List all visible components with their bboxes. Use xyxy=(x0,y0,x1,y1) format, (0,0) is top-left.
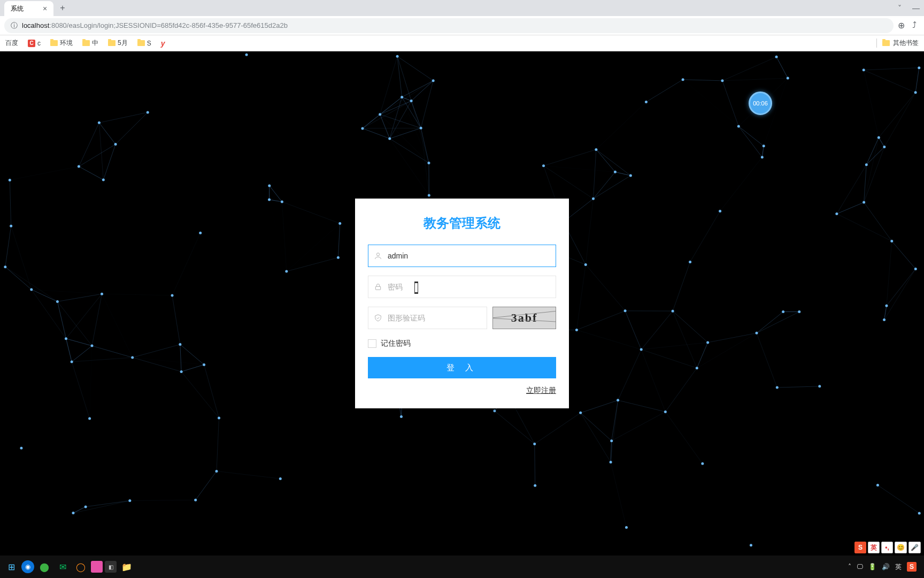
password-input[interactable] xyxy=(388,283,550,291)
tab-strip: 系统 × + ˅ — xyxy=(0,0,924,16)
tab-title: 系统 xyxy=(11,4,24,13)
bookmark-y[interactable]: y xyxy=(161,39,165,48)
shield-icon xyxy=(374,314,382,322)
ime-s-icon[interactable]: S xyxy=(854,542,866,553)
captcha-input[interactable] xyxy=(388,314,481,322)
captcha-field[interactable] xyxy=(368,307,487,329)
bookmark-5yue[interactable]: 5月 xyxy=(108,39,128,48)
browser-tab[interactable]: 系统 × xyxy=(4,1,53,16)
tray-volume-icon[interactable]: 🔊 xyxy=(882,563,890,571)
dropdown-icon[interactable]: ˅ xyxy=(898,4,902,12)
app-icon-4[interactable] xyxy=(91,561,103,573)
info-icon[interactable]: ⓘ xyxy=(11,21,18,31)
other-bookmarks[interactable]: 其他书签 xyxy=(876,39,919,48)
folder-icon xyxy=(108,40,116,46)
c-icon: C xyxy=(28,40,35,47)
address-bar: ⓘ localhost:8080/easLogin/login;JSESSION… xyxy=(0,16,924,35)
checkbox-icon[interactable] xyxy=(368,339,376,348)
new-tab-button[interactable]: + xyxy=(60,3,65,13)
bookmark-s[interactable]: S xyxy=(137,40,151,47)
user-icon xyxy=(374,252,382,260)
ime-lang[interactable]: 英 xyxy=(868,542,880,553)
start-icon[interactable]: ⊞ xyxy=(3,559,19,575)
share-icon[interactable]: ⤴ xyxy=(912,20,917,31)
ime-emoji-icon[interactable]: 😊 xyxy=(895,542,907,553)
captcha-image[interactable]: 3abf xyxy=(492,307,556,329)
tray-chevron-icon[interactable]: ˄ xyxy=(848,563,851,571)
url-host: localhost xyxy=(22,21,49,29)
bookmark-env[interactable]: 环境 xyxy=(50,39,73,48)
register-link[interactable]: 立即注册 xyxy=(526,386,556,396)
search-icon[interactable]: ⊕ xyxy=(898,20,905,31)
bookmarks-bar: 百度 Cc 环境 中 5月 S y 其他书签 xyxy=(0,35,924,51)
tray-s-icon[interactable]: S xyxy=(907,562,917,572)
login-title: 教务管理系统 xyxy=(368,215,556,232)
url-input[interactable]: ⓘ localhost:8080/easLogin/login;JSESSION… xyxy=(4,18,894,33)
app-icon-2[interactable]: ⬤ xyxy=(36,559,52,575)
ime-mic-icon[interactable]: 🎤 xyxy=(908,542,921,553)
timer-badge: 00:06 xyxy=(749,92,772,115)
login-button[interactable]: 登 入 xyxy=(368,357,556,378)
svg-point-0 xyxy=(376,253,379,256)
folder-icon xyxy=(137,40,145,46)
login-card: 教务管理系统 3abf 记住密码 xyxy=(355,199,569,408)
window-controls: ˅ — xyxy=(898,4,920,12)
app-icon-3[interactable]: ◯ xyxy=(73,559,89,575)
folder-icon xyxy=(50,40,58,46)
username-input[interactable] xyxy=(388,252,550,260)
y-icon: y xyxy=(161,39,165,48)
bookmark-c[interactable]: Cc xyxy=(28,40,41,47)
explorer-icon[interactable]: 📁 xyxy=(119,559,135,575)
lock-icon xyxy=(374,283,382,291)
app-icon-1[interactable]: ◉ xyxy=(21,560,34,573)
wechat-icon[interactable]: ✉ xyxy=(55,559,71,575)
taskbar: ⊞ ◉ ⬤ ✉ ◯ ◧ 📁 ˄ 🖵 🔋 🔊 英 S xyxy=(0,556,924,578)
password-field[interactable] xyxy=(368,276,556,298)
remember-label: 记住密码 xyxy=(381,339,411,348)
tray-ime-lang[interactable]: 英 xyxy=(895,562,902,572)
ime-punct[interactable]: •, xyxy=(881,542,893,553)
username-field[interactable] xyxy=(368,245,556,267)
folder-icon xyxy=(882,40,890,46)
tray-battery-icon[interactable]: 🔋 xyxy=(868,563,876,571)
bookmark-baidu[interactable]: 百度 xyxy=(5,39,18,48)
tray-monitor-icon[interactable]: 🖵 xyxy=(857,563,863,571)
minimize-icon[interactable]: — xyxy=(912,4,920,12)
system-tray: ˄ 🖵 🔋 🔊 英 S xyxy=(848,562,921,572)
captcha-row: 3abf xyxy=(368,307,556,329)
ime-toolbar: S 英 •, 😊 🎤 xyxy=(854,542,921,553)
url-path: :8080/easLogin/login;JSESSIONID=685fd42c… xyxy=(49,21,288,29)
close-icon[interactable]: × xyxy=(43,4,47,13)
svg-rect-1 xyxy=(375,286,380,290)
folder-icon xyxy=(82,40,90,46)
remember-password[interactable]: 记住密码 xyxy=(368,339,556,348)
app-icon-5[interactable]: ◧ xyxy=(105,561,117,573)
bookmark-zhong[interactable]: 中 xyxy=(82,39,98,48)
page-content: 00:06 教务管理系统 3abf xyxy=(0,51,924,556)
